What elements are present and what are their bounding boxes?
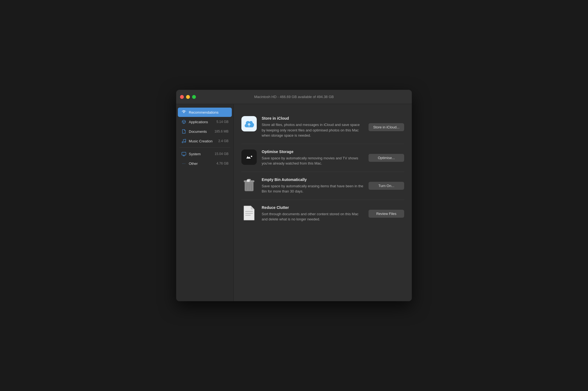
sidebar-item-applications[interactable]: Applications 5.14 GB: [178, 117, 232, 127]
applications-icon: [181, 119, 187, 125]
sidebar-item-music-creation[interactable]: Music Creation 2.4 GB: [178, 136, 232, 146]
sidebar: Recommendations Applications 5.14 GB: [176, 104, 234, 301]
svg-point-0: [183, 111, 185, 112]
sidebar-other-label: Other: [189, 162, 214, 166]
minimize-button[interactable]: [186, 95, 190, 99]
icloud-content: Store in iCloud Store all files, photos …: [262, 116, 364, 138]
maximize-button[interactable]: [192, 95, 196, 99]
sidebar-applications-size: 5.14 GB: [216, 120, 229, 124]
optimise-content: Optimise Storage Save space by automatic…: [262, 150, 364, 166]
icloud-button[interactable]: Store in iCloud...: [369, 123, 404, 131]
optimise-desc: Save space by automatically removing mov…: [262, 156, 364, 166]
window-title: Macintosh HD - 466.69 GB available of 49…: [254, 95, 334, 99]
system-icon: [181, 151, 187, 157]
sidebar-system-size: 15.04 GB: [215, 152, 229, 156]
titlebar: Macintosh HD - 466.69 GB available of 49…: [176, 90, 412, 104]
content-area: Recommendations Applications 5.14 GB: [176, 104, 412, 301]
sidebar-item-documents[interactable]: Documents 185.6 MB: [178, 127, 232, 136]
reduce-clutter-recommendation: Reduce Clutter Sort through documents an…: [241, 200, 404, 228]
svg-point-1: [182, 142, 183, 143]
review-files-button[interactable]: Review Files: [369, 210, 404, 218]
sidebar-divider: [179, 147, 230, 148]
traffic-lights: [180, 95, 196, 99]
close-button[interactable]: [180, 95, 184, 99]
icloud-icon: [241, 116, 257, 131]
trash-icon: [241, 177, 257, 193]
sidebar-other-size: 4.76 GB: [216, 162, 229, 165]
icloud-desc: Store all files, photos and messages in …: [262, 122, 364, 138]
sidebar-system-label: System: [189, 152, 212, 156]
other-icon: ···: [181, 161, 187, 166]
empty-bin-desc: Save space by automatically erasing item…: [262, 183, 364, 194]
document-icon: [241, 205, 257, 221]
optimise-title: Optimise Storage: [262, 150, 364, 154]
sidebar-documents-size: 185.6 MB: [215, 130, 229, 133]
sidebar-item-other[interactable]: ··· Other 4.76 GB: [178, 159, 232, 168]
icloud-recommendation: Store in iCloud Store all files, photos …: [241, 111, 404, 144]
optimise-button[interactable]: Optimise...: [369, 154, 404, 162]
empty-bin-content: Empty Bin Automatically Save space by au…: [262, 177, 364, 194]
icloud-title: Store in iCloud: [262, 116, 364, 120]
reduce-clutter-content: Reduce Clutter Sort through documents an…: [262, 205, 364, 222]
svg-point-2: [184, 141, 186, 143]
recommendations-icon: [181, 110, 187, 115]
reduce-clutter-title: Reduce Clutter: [262, 205, 364, 210]
reduce-clutter-desc: Sort through documents and other content…: [262, 211, 364, 222]
svg-point-5: [251, 156, 252, 157]
appletv-icon: [241, 150, 257, 165]
svg-rect-12: [247, 180, 250, 182]
empty-bin-title: Empty Bin Automatically: [262, 177, 364, 182]
empty-bin-button[interactable]: Turn On...: [369, 182, 404, 190]
sidebar-item-recommendations[interactable]: Recommendations: [178, 108, 232, 117]
optimise-recommendation: Optimise Storage Save space by automatic…: [241, 144, 404, 172]
sidebar-music-label: Music Creation: [189, 139, 216, 143]
recommendations-panel: Store in iCloud Store all files, photos …: [234, 104, 412, 301]
svg-rect-3: [182, 152, 186, 155]
sidebar-item-system[interactable]: System 15.04 GB: [178, 149, 232, 159]
sidebar-applications-label: Applications: [189, 120, 214, 124]
sidebar-documents-label: Documents: [189, 130, 212, 134]
sidebar-music-size: 2.4 GB: [218, 139, 229, 143]
sidebar-recommendations-label: Recommendations: [189, 110, 229, 114]
main-window: Macintosh HD - 466.69 GB available of 49…: [176, 90, 412, 301]
empty-bin-recommendation: Empty Bin Automatically Save space by au…: [241, 172, 404, 200]
music-creation-icon: [181, 138, 187, 144]
documents-icon: [181, 129, 187, 134]
